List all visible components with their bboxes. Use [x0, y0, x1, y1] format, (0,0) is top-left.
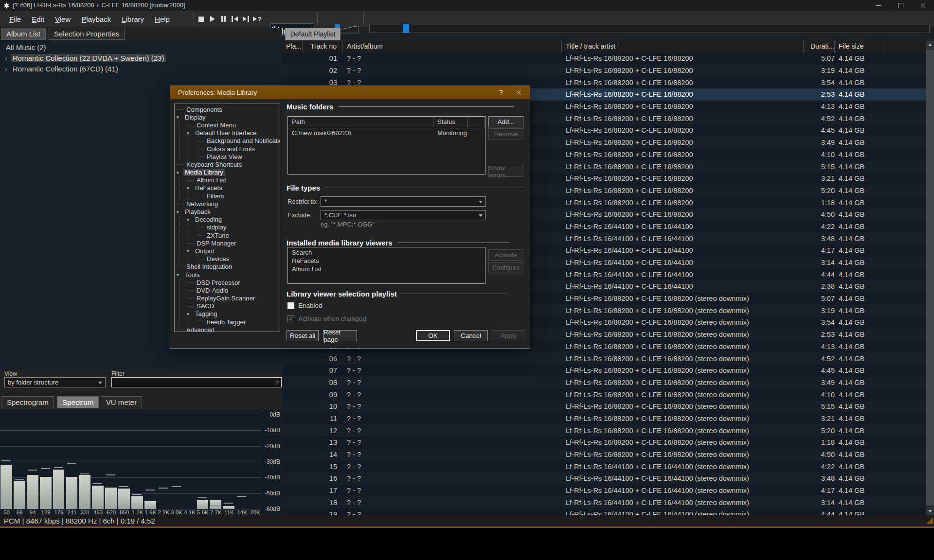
pref-tree-item[interactable]: sidplay: [175, 224, 280, 231]
column-header-track[interactable]: Track no: [303, 41, 343, 52]
menu-playback[interactable]: Playback: [76, 15, 116, 23]
pref-tree-item[interactable]: ▾Output: [175, 247, 280, 255]
pref-tree-item[interactable]: ▾Tagging: [175, 310, 280, 318]
menu-edit[interactable]: Edit: [26, 15, 50, 23]
scroll-down-button[interactable]: [926, 507, 934, 515]
playlist-row[interactable]: 11? - ?Lf-Rf-Ls-Rs 16/88200 + C-LFE 16/8…: [282, 413, 926, 425]
filter-input[interactable]: ?: [111, 377, 282, 387]
pref-tree-item[interactable]: ▾Default User Interface: [175, 129, 280, 137]
playlist-row[interactable]: 13? - ?Lf-Rf-Ls-Rs 16/88200 + C-LFE 16/8…: [282, 437, 926, 449]
album-tree-item[interactable]: ›Romantic Collection (67CD) (41): [0, 64, 281, 74]
column-header-status[interactable]: Status: [433, 117, 468, 128]
pref-tree-item[interactable]: ▾Tools: [175, 271, 280, 279]
pref-tree-item[interactable]: ▾Decoding: [175, 216, 280, 224]
playlist-scrollbar[interactable]: [926, 41, 934, 515]
menu-library[interactable]: Library: [116, 15, 149, 23]
viewer-item[interactable]: Album List: [288, 265, 485, 273]
pref-tree-item[interactable]: Shell Integration: [175, 263, 280, 271]
column-header-size[interactable]: File size: [835, 41, 883, 52]
viewers-list[interactable]: SearchReFacetsAlbum List: [287, 247, 485, 284]
minimize-button[interactable]: [867, 0, 889, 11]
pref-tree-item[interactable]: DVD-Audio: [175, 286, 280, 294]
pref-tree-item[interactable]: Background and Notifications: [175, 137, 280, 145]
column-header-pla[interactable]: Pla...: [282, 41, 303, 52]
transport-stop-button[interactable]: [196, 13, 207, 25]
viewer-item[interactable]: ReFacets: [288, 257, 485, 265]
expander-icon[interactable]: ›: [5, 53, 11, 64]
folder-row[interactable]: G:\new msik\260223\Monitoring: [288, 128, 485, 138]
resize-grip-icon[interactable]: [926, 517, 933, 524]
menu-file[interactable]: File: [4, 15, 26, 23]
playlist-row[interactable]: 02? - ?Lf-Rf-Ls-Rs 16/88200 + C-LFE 16/8…: [282, 65, 926, 77]
menu-view[interactable]: View: [50, 15, 76, 23]
dialog-close-button[interactable]: [510, 86, 527, 99]
pref-tree-item[interactable]: Filters: [175, 192, 280, 200]
ok-button[interactable]: OK: [416, 330, 450, 341]
pref-tree-item[interactable]: Keyboard Shortcuts: [175, 160, 280, 168]
playlist-row[interactable]: 06? - ?Lf-Rf-Ls-Rs 16/88200 + C-LFE 16/8…: [282, 352, 926, 365]
maximize-button[interactable]: [889, 0, 912, 11]
pref-tree-item[interactable]: ▾Media Library: [175, 169, 280, 176]
chevron-down-icon[interactable]: ▾: [177, 115, 183, 120]
close-button[interactable]: [912, 0, 934, 11]
viewer-item[interactable]: Search: [288, 248, 485, 257]
playlist-row[interactable]: 01? - ?Lf-Rf-Ls-Rs 16/88200 + C-LFE 16/8…: [282, 52, 926, 65]
playlist-row[interactable]: 18? - ?Lf-Rf-Ls-Rs 16/44100 + C-LFE 16/4…: [282, 496, 926, 508]
chevron-down-icon[interactable]: ▾: [187, 312, 194, 316]
pref-tree-item[interactable]: SACD: [175, 302, 280, 310]
column-header-artist[interactable]: Artist/album: [343, 41, 562, 52]
playlist-row[interactable]: 15? - ?Lf-Rf-Ls-Rs 16/44100 + C-LFE 16/4…: [282, 460, 926, 472]
chevron-down-icon[interactable]: ▾: [187, 131, 194, 136]
tab-selection-properties[interactable]: Selection Properties: [49, 28, 125, 40]
pref-tree-item[interactable]: Networking: [175, 200, 280, 208]
transport-play-button[interactable]: [207, 13, 218, 25]
playlist-row[interactable]: 09? - ?Lf-Rf-Ls-Rs 16/88200 + C-LFE 16/8…: [282, 388, 926, 401]
reset-all-button[interactable]: Reset all: [287, 330, 319, 341]
chevron-down-icon[interactable]: ▾: [187, 248, 194, 253]
pref-tree-item[interactable]: Components: [175, 105, 280, 113]
pref-tree-item[interactable]: ▾Display: [175, 113, 280, 121]
pref-tree-item[interactable]: ZXTune: [175, 231, 280, 239]
pref-tree-item[interactable]: Context Menu: [175, 121, 280, 129]
pref-tree-item[interactable]: DSP Manager: [175, 239, 280, 247]
playlist-row[interactable]: 07? - ?Lf-Rf-Ls-Rs 16/88200 + C-LFE 16/8…: [282, 365, 926, 377]
playlist-row[interactable]: 12? - ?Lf-Rf-Ls-Rs 16/88200 + C-LFE 16/8…: [282, 424, 926, 437]
scroll-up-button[interactable]: [926, 41, 934, 49]
column-header-dur[interactable]: Durati...: [804, 41, 835, 52]
restrict-to-combo[interactable]: *: [321, 196, 486, 207]
chevron-down-icon[interactable]: ▾: [187, 186, 194, 191]
transport-random-button[interactable]: ?: [251, 13, 263, 25]
chevron-down-icon[interactable]: ▾: [177, 170, 183, 175]
album-tree-item[interactable]: All Music (2): [0, 42, 281, 53]
dialog-titlebar[interactable]: Preferences: Media Library ?: [170, 86, 530, 99]
chevron-down-icon[interactable]: ▾: [187, 217, 194, 222]
pref-tree-item[interactable]: Album List: [175, 176, 280, 184]
seekbar-thumb[interactable]: [403, 24, 409, 33]
cancel-button[interactable]: Cancel: [454, 330, 488, 341]
tab-spectrogram[interactable]: Spectrogram: [1, 396, 54, 408]
scrollbar-thumb[interactable]: [926, 50, 934, 506]
seekbar[interactable]: [369, 25, 930, 33]
menu-help[interactable]: Help: [149, 15, 175, 23]
enabled-checkbox[interactable]: Enabled: [287, 302, 323, 309]
transport-pause-button[interactable]: [218, 13, 229, 25]
pref-tree-item[interactable]: ▾ReFacets: [175, 184, 280, 192]
exclude-combo[interactable]: *.CUE *.iso: [321, 210, 486, 220]
pref-tree-item[interactable]: DSD Processor: [175, 279, 280, 286]
dialog-help-button[interactable]: ?: [493, 86, 509, 99]
reset-page-button[interactable]: Reset page: [323, 330, 357, 341]
expander-icon[interactable]: ›: [5, 64, 11, 74]
pref-tree-item[interactable]: Playlist View: [175, 153, 280, 160]
column-header-title[interactable]: Title / track artist: [562, 41, 804, 52]
playlist-row[interactable]: 14? - ?Lf-Rf-Ls-Rs 16/88200 + C-LFE 16/8…: [282, 449, 926, 461]
pref-tree-item[interactable]: ▾Playback: [175, 208, 280, 215]
chevron-down-icon[interactable]: ▾: [177, 210, 183, 214]
playlist-row[interactable]: 19? - ?Lf-Rf-Ls-Rs 16/44100 + C-LFE 16/4…: [282, 508, 926, 515]
playlist-row[interactable]: 10? - ?Lf-Rf-Ls-Rs 16/88200 + C-LFE 16/8…: [282, 401, 926, 413]
view-select[interactable]: by folder structure: [4, 377, 106, 387]
pref-tree-item[interactable]: Devices: [175, 255, 280, 263]
tab-spectrum[interactable]: Spectrum: [57, 396, 99, 408]
album-tree-item[interactable]: ›Romantic Collection (22 DVDA + Sweden) …: [0, 53, 281, 64]
transport-previous-button[interactable]: [229, 13, 240, 25]
tab-album-list[interactable]: Album List: [1, 28, 46, 40]
